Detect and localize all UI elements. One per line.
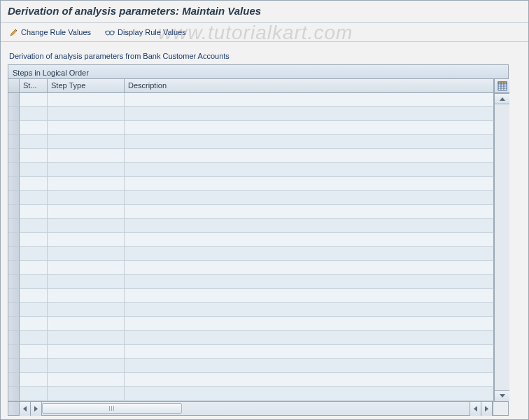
table-row[interactable]	[8, 331, 494, 345]
cell-step-no[interactable]	[20, 345, 48, 359]
cell-description[interactable]	[125, 331, 494, 345]
display-rule-values-button[interactable]: Display Rule Values	[101, 25, 190, 39]
cell-step-no[interactable]	[20, 373, 48, 387]
cell-step-no[interactable]	[20, 177, 48, 191]
cell-step-no[interactable]	[20, 261, 48, 275]
table-row[interactable]	[8, 219, 494, 233]
cell-step-no[interactable]	[20, 121, 48, 135]
cell-description[interactable]	[125, 135, 494, 149]
cell-step-type[interactable]	[48, 107, 125, 121]
cell-step-type[interactable]	[48, 135, 125, 149]
row-selector[interactable]	[8, 219, 20, 233]
cell-step-type[interactable]	[48, 359, 125, 373]
cell-description[interactable]	[125, 233, 494, 247]
cell-step-no[interactable]	[20, 359, 48, 373]
row-selector[interactable]	[8, 149, 20, 163]
row-selector[interactable]	[8, 135, 20, 149]
hscroll-col-right-button[interactable]	[31, 402, 42, 416]
cell-description[interactable]	[125, 345, 494, 359]
table-row[interactable]	[8, 387, 494, 401]
table-row[interactable]	[8, 359, 494, 373]
column-header-selector[interactable]	[8, 79, 20, 92]
cell-step-type[interactable]	[48, 247, 125, 261]
cell-step-type[interactable]	[48, 387, 125, 401]
cell-step-type[interactable]	[48, 177, 125, 191]
cell-description[interactable]	[125, 149, 494, 163]
cell-step-type[interactable]	[48, 121, 125, 135]
hscroll-col-left-button[interactable]	[20, 402, 31, 416]
cell-step-no[interactable]	[20, 303, 48, 317]
cell-description[interactable]	[125, 303, 494, 317]
cell-step-type[interactable]	[48, 373, 125, 387]
scroll-down-button[interactable]	[495, 390, 509, 401]
cell-description[interactable]	[125, 163, 494, 177]
row-selector[interactable]	[8, 289, 20, 303]
cell-description[interactable]	[125, 205, 494, 219]
row-selector[interactable]	[8, 275, 20, 289]
column-header-step-type[interactable]: Step Type	[48, 79, 125, 92]
cell-description[interactable]	[125, 317, 494, 331]
cell-description[interactable]	[125, 373, 494, 387]
cell-step-no[interactable]	[20, 387, 48, 401]
vertical-scrollbar[interactable]	[494, 93, 509, 401]
cell-description[interactable]	[125, 191, 494, 205]
cell-step-no[interactable]	[20, 93, 48, 107]
cell-step-type[interactable]	[48, 93, 125, 107]
cell-step-no[interactable]	[20, 135, 48, 149]
table-row[interactable]	[8, 373, 494, 387]
column-header-description[interactable]: Description	[125, 79, 494, 92]
row-selector[interactable]	[8, 261, 20, 275]
cell-step-no[interactable]	[20, 205, 48, 219]
table-row[interactable]	[8, 205, 494, 219]
row-selector[interactable]	[8, 107, 20, 121]
cell-description[interactable]	[125, 275, 494, 289]
row-selector[interactable]	[8, 205, 20, 219]
cell-step-type[interactable]	[48, 149, 125, 163]
row-selector[interactable]	[8, 373, 20, 387]
cell-description[interactable]	[125, 219, 494, 233]
horizontal-scroll-thumb[interactable]	[42, 403, 182, 414]
cell-step-no[interactable]	[20, 289, 48, 303]
table-row[interactable]	[8, 163, 494, 177]
row-selector[interactable]	[8, 345, 20, 359]
cell-description[interactable]	[125, 387, 494, 401]
cell-step-no[interactable]	[20, 163, 48, 177]
table-row[interactable]	[8, 177, 494, 191]
change-rule-values-button[interactable]: Change Rule Values	[6, 25, 94, 39]
table-row[interactable]	[8, 135, 494, 149]
cell-description[interactable]	[125, 289, 494, 303]
row-selector[interactable]	[8, 191, 20, 205]
table-row[interactable]	[8, 233, 494, 247]
table-row[interactable]	[8, 289, 494, 303]
row-selector[interactable]	[8, 331, 20, 345]
column-header-step-no[interactable]: St...	[20, 79, 48, 92]
row-selector[interactable]	[8, 303, 20, 317]
table-row[interactable]	[8, 303, 494, 317]
row-selector[interactable]	[8, 93, 20, 107]
cell-step-type[interactable]	[48, 233, 125, 247]
row-selector[interactable]	[8, 163, 20, 177]
row-selector[interactable]	[8, 233, 20, 247]
cell-description[interactable]	[125, 177, 494, 191]
table-row[interactable]	[8, 107, 494, 121]
table-settings-button[interactable]	[494, 79, 509, 93]
cell-description[interactable]	[125, 107, 494, 121]
cell-step-no[interactable]	[20, 317, 48, 331]
table-row[interactable]	[8, 93, 494, 107]
cell-description[interactable]	[125, 261, 494, 275]
cell-step-no[interactable]	[20, 107, 48, 121]
cell-description[interactable]	[125, 93, 494, 107]
hscroll-left-button[interactable]	[470, 402, 481, 416]
row-selector[interactable]	[8, 387, 20, 401]
cell-description[interactable]	[125, 247, 494, 261]
row-selector[interactable]	[8, 177, 20, 191]
cell-step-type[interactable]	[48, 317, 125, 331]
cell-description[interactable]	[125, 121, 494, 135]
row-selector[interactable]	[8, 247, 20, 261]
row-selector[interactable]	[8, 317, 20, 331]
cell-step-type[interactable]	[48, 191, 125, 205]
row-selector[interactable]	[8, 359, 20, 373]
cell-step-no[interactable]	[20, 233, 48, 247]
cell-step-type[interactable]	[48, 345, 125, 359]
horizontal-scroll-track[interactable]	[42, 402, 470, 415]
